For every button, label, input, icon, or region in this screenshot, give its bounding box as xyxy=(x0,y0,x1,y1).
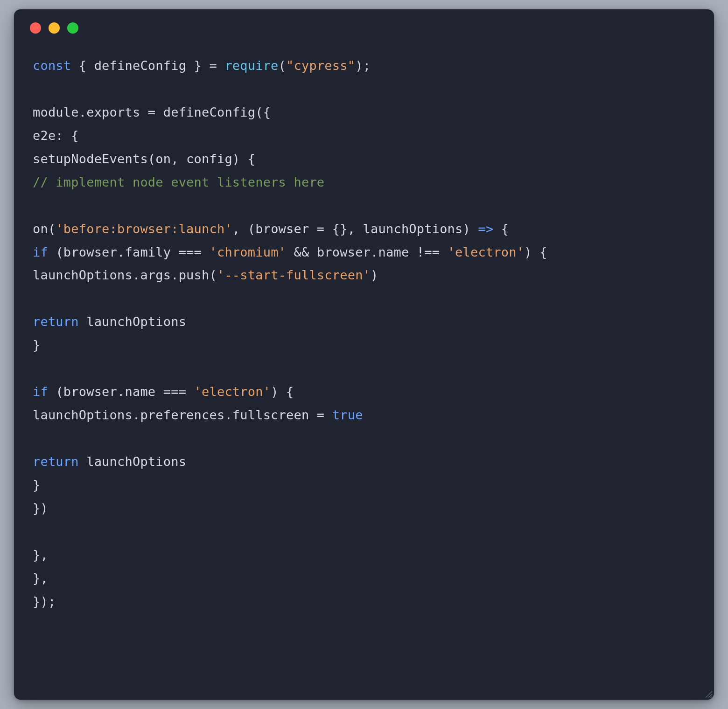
code-line: if (browser.family === 'chromium' && bro… xyxy=(33,245,547,259)
code-line: return launchOptions xyxy=(33,454,186,469)
code-line: }) xyxy=(33,501,48,515)
code-line: // implement node event listeners here xyxy=(33,175,324,189)
close-icon[interactable] xyxy=(30,22,41,34)
fn-require: require xyxy=(224,58,278,73)
code-line: launchOptions.args.push('--start-fullscr… xyxy=(33,268,378,282)
code-block: const { defineConfig } = require("cypres… xyxy=(14,37,714,632)
code-line: setupNodeEvents(on, config) { xyxy=(33,152,255,166)
code-line: if (browser.name === 'electron') { xyxy=(33,384,294,399)
code-line: }); xyxy=(33,594,56,609)
code-window: const { defineConfig } = require("cypres… xyxy=(14,9,714,700)
code-line: e2e: { xyxy=(33,128,79,143)
code-line: launchOptions.preferences.fullscreen = t… xyxy=(33,408,363,422)
svg-line-0 xyxy=(706,691,712,698)
code-line: }, xyxy=(33,571,48,585)
svg-line-2 xyxy=(711,696,712,698)
code-line: const { defineConfig } = require("cypres… xyxy=(33,58,371,73)
minimize-icon[interactable] xyxy=(49,22,60,34)
window-titlebar xyxy=(14,9,714,37)
code-line: }, xyxy=(33,548,48,562)
code-line: return launchOptions xyxy=(33,314,186,329)
code-line: module.exports = defineConfig({ xyxy=(33,105,271,119)
code-line: } xyxy=(33,338,40,352)
code-line: on('before:browser:launch', (browser = {… xyxy=(33,222,509,236)
kw-const: const xyxy=(33,58,71,73)
resize-handle-icon[interactable] xyxy=(704,689,712,698)
code-line: } xyxy=(33,478,40,492)
fullscreen-icon[interactable] xyxy=(67,22,78,34)
